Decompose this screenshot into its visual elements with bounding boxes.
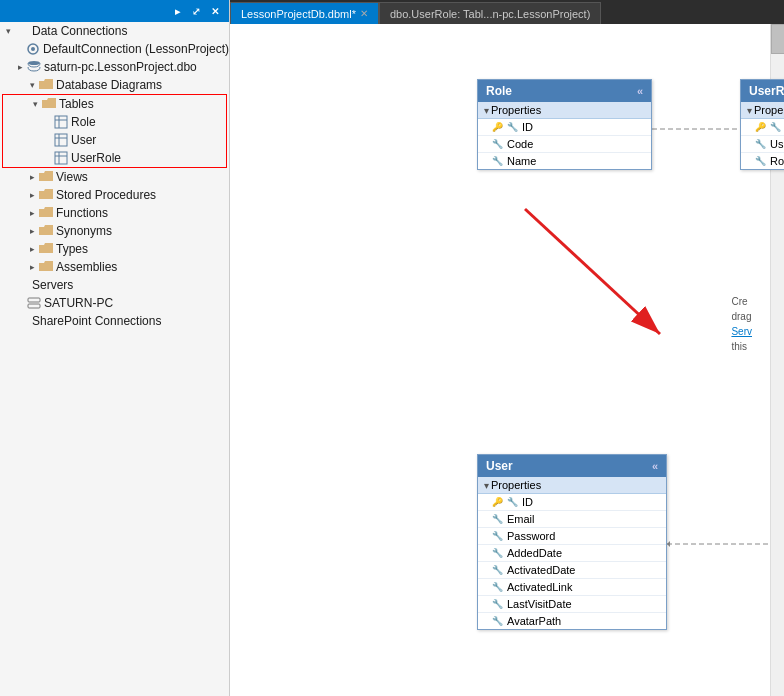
field-name: ID <box>522 496 533 508</box>
svg-rect-12 <box>28 298 40 302</box>
icon-functions <box>38 205 54 221</box>
section-collapse-icon[interactable]: ▾ <box>747 105 752 116</box>
label-userrole: UserRole <box>71 151 121 165</box>
wrench-icon: 🔧 <box>770 122 781 132</box>
svg-marker-18 <box>667 541 670 547</box>
key-icon: 🔑 <box>492 497 503 507</box>
label-functions: Functions <box>56 206 108 220</box>
section-header-role-table: ▾ Properties <box>478 102 651 119</box>
field-name: ID <box>522 121 533 133</box>
tables-highlight-group: ▾TablesRoleUserUserRole <box>2 94 227 168</box>
expand-arrow-userrole <box>41 152 53 164</box>
panel-title: ▸ ⤢ ✕ <box>0 0 229 22</box>
expand-arrow-synonyms: ▸ <box>26 225 38 237</box>
field-name: LastVisitDate <box>507 598 572 610</box>
tree-container: ▾Data ConnectionsDefaultConnection (Less… <box>0 22 229 330</box>
db-table-user-table[interactable]: User«▾ Properties🔑🔧ID🔧Email🔧Password🔧Add… <box>477 454 667 630</box>
close-panel-icon[interactable]: ✕ <box>207 3 223 19</box>
field-row-Password: 🔧Password <box>478 528 666 545</box>
label-user: User <box>71 133 96 147</box>
field-row-ID: 🔑🔧ID <box>478 119 651 136</box>
collapse-icon-user-table[interactable]: « <box>652 460 658 472</box>
tree-item-data-connections[interactable]: ▾Data Connections <box>0 22 229 40</box>
db-table-header-role-table: Role« <box>478 80 651 102</box>
tree-item-stored-procedures[interactable]: ▸Stored Procedures <box>0 186 229 204</box>
label-role: Role <box>71 115 96 129</box>
icon-saturn-server <box>26 295 42 311</box>
db-table-name-user-table: User <box>486 459 513 473</box>
tab-diagram-tab[interactable]: LessonProjectDb.dbml*✕ <box>230 2 379 24</box>
expand-arrow-role <box>41 116 53 128</box>
tab-close-diagram-tab[interactable]: ✕ <box>360 8 368 19</box>
collapse-icon-role-table[interactable]: « <box>637 85 643 97</box>
expand-icon[interactable]: ⤢ <box>188 3 204 19</box>
icon-types <box>38 241 54 257</box>
section-header-user-table: ▾ Properties <box>478 477 666 494</box>
wrench-icon: 🔧 <box>492 565 503 575</box>
section-name: Properties <box>754 104 784 116</box>
field-name: ActivatedDate <box>507 564 575 576</box>
field-row-Name: 🔧Name <box>478 153 651 169</box>
tree-item-saturn-pc[interactable]: ▸saturn-pc.LessonProject.dbo <box>0 58 229 76</box>
tree-item-user[interactable]: User <box>3 131 226 149</box>
tree-item-sharepoint[interactable]: SharePoint Connections <box>0 312 229 330</box>
tree-item-functions[interactable]: ▸Functions <box>0 204 229 222</box>
label-assemblies: Assemblies <box>56 260 117 274</box>
svg-point-1 <box>31 47 35 51</box>
tree-item-synonyms[interactable]: ▸Synonyms <box>0 222 229 240</box>
wrench-icon: 🔧 <box>492 582 503 592</box>
tree-item-servers-header[interactable]: Servers <box>0 276 229 294</box>
expand-arrow-sharepoint <box>2 315 14 327</box>
db-table-name-role-table: Role <box>486 84 512 98</box>
expand-arrow-db-diagrams: ▾ <box>26 79 38 91</box>
tree-item-types[interactable]: ▸Types <box>0 240 229 258</box>
icon-views <box>38 169 54 185</box>
tree-item-saturn-server[interactable]: SATURN-PC <box>0 294 229 312</box>
canvas[interactable]: Cre drag Serv this Role«▾ Properties🔑🔧ID… <box>230 24 784 696</box>
tree-item-assemblies[interactable]: ▸Assemblies <box>0 258 229 276</box>
db-table-role-table[interactable]: Role«▾ Properties🔑🔧ID🔧Code🔧Name <box>477 79 652 170</box>
wrench-icon: 🔧 <box>492 514 503 524</box>
tree-item-default-connection[interactable]: DefaultConnection (LessonProject) <box>0 40 229 58</box>
icon-stored-procedures <box>38 187 54 203</box>
expand-arrow-user <box>41 134 53 146</box>
expand-arrow-types: ▸ <box>26 243 38 255</box>
wrench-icon: 🔧 <box>492 139 503 149</box>
wrench-icon: 🔧 <box>492 531 503 541</box>
section-collapse-icon[interactable]: ▾ <box>484 105 489 116</box>
field-row-ID: 🔑🔧ID <box>478 494 666 511</box>
field-row-ActivatedDate: 🔧ActivatedDate <box>478 562 666 579</box>
tree-item-db-diagrams[interactable]: ▾Database Diagrams <box>0 76 229 94</box>
label-db-diagrams: Database Diagrams <box>56 78 162 92</box>
icon-saturn-pc <box>26 59 42 75</box>
label-stored-procedures: Stored Procedures <box>56 188 156 202</box>
expand-arrow-saturn-server <box>14 297 26 309</box>
expand-arrow-default-connection <box>14 43 25 55</box>
expand-arrow-stored-procedures: ▸ <box>26 189 38 201</box>
wrench-icon: 🔧 <box>492 599 503 609</box>
hint-link[interactable]: Serv <box>731 326 752 337</box>
field-row-Email: 🔧Email <box>478 511 666 528</box>
panel-title-icons: ▸ ⤢ ✕ <box>169 3 223 19</box>
pin-icon[interactable]: ▸ <box>169 3 185 19</box>
tab-table-tab[interactable]: dbo.UserRole: Tabl...n-pc.LessonProject) <box>379 2 601 24</box>
tree-item-userrole[interactable]: UserRole <box>3 149 226 167</box>
db-table-userrole-table[interactable]: UserRole«▾ Properties🔑🔧ID🔧UserID🔧RoleID <box>740 79 784 170</box>
tree-item-role[interactable]: Role <box>3 113 226 131</box>
label-tables: Tables <box>59 97 94 111</box>
field-name: Email <box>507 513 535 525</box>
section-name: Properties <box>491 479 541 491</box>
hint-line1: Cre <box>731 296 747 307</box>
key-icon: 🔑 <box>492 122 503 132</box>
tree-item-tables[interactable]: ▾Tables <box>3 95 226 113</box>
scrollbar-thumb[interactable] <box>771 24 784 54</box>
db-table-header-user-table: User« <box>478 455 666 477</box>
field-row-RoleID: 🔧RoleID <box>741 153 784 169</box>
section-header-userrole-table: ▾ Properties <box>741 102 784 119</box>
label-saturn-pc: saturn-pc.LessonProject.dbo <box>44 60 197 74</box>
hint-panel: Cre drag Serv this <box>731 294 752 354</box>
field-name: RoleID <box>770 155 784 167</box>
tree-item-views[interactable]: ▸Views <box>0 168 229 186</box>
field-name: Name <box>507 155 536 167</box>
section-collapse-icon[interactable]: ▾ <box>484 480 489 491</box>
